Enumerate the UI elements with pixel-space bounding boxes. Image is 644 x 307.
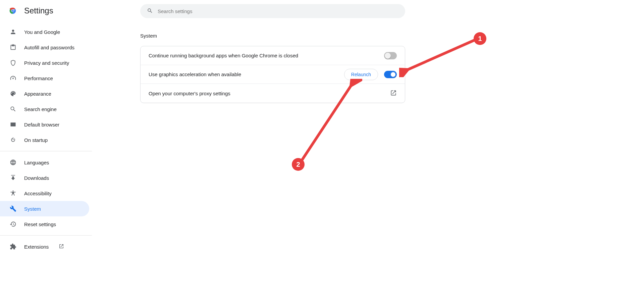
- sidebar-item-reset[interactable]: Reset settings: [0, 216, 89, 232]
- row-label: Open your computer's proxy settings: [149, 91, 230, 96]
- history-icon: [9, 220, 17, 228]
- chrome-logo-icon: [8, 6, 17, 15]
- shield-icon: [9, 59, 17, 66]
- nav-label: On startup: [24, 137, 48, 143]
- wrench-icon: [9, 205, 17, 212]
- nav-label: You and Google: [24, 29, 60, 35]
- clipboard-icon: [9, 44, 17, 51]
- nav-label: Languages: [24, 160, 49, 165]
- nav-label: System: [24, 206, 41, 212]
- divider: [0, 151, 92, 151]
- annotation-badge-2: 2: [292, 158, 305, 171]
- svg-line-4: [406, 39, 478, 70]
- annotation-arrow-1: [399, 34, 486, 77]
- svg-point-3: [12, 10, 13, 11]
- divider: [0, 235, 92, 236]
- section-title: System: [140, 33, 405, 39]
- sidebar-item-downloads[interactable]: Downloads: [0, 170, 89, 186]
- speedometer-icon: [9, 74, 17, 82]
- sidebar-item-default-browser[interactable]: Default browser: [0, 117, 89, 132]
- nav-label: Autofill and passwords: [24, 45, 74, 50]
- sidebar: You and Google Autofill and passwords Pr…: [0, 24, 95, 307]
- nav-label: Default browser: [24, 122, 59, 127]
- sidebar-item-autofill[interactable]: Autofill and passwords: [0, 40, 89, 55]
- sidebar-item-search-engine[interactable]: Search engine: [0, 101, 89, 117]
- palette-icon: [9, 90, 17, 97]
- relaunch-button[interactable]: Relaunch: [344, 69, 378, 80]
- row-proxy-settings[interactable]: Open your computer's proxy settings: [141, 84, 405, 103]
- row-background-apps[interactable]: Continue running background apps when Go…: [141, 46, 405, 65]
- row-label: Use graphics acceleration when available: [149, 71, 241, 77]
- nav-label: Search engine: [24, 106, 57, 112]
- browser-icon: [9, 121, 17, 128]
- power-icon: [9, 136, 17, 144]
- external-link-icon: [390, 90, 397, 97]
- page-title: Settings: [24, 6, 53, 15]
- sidebar-item-system[interactable]: System: [0, 201, 89, 216]
- nav-label: Extensions: [24, 244, 49, 250]
- row-graphics-acceleration[interactable]: Use graphics acceleration when available…: [141, 65, 405, 84]
- accessibility-icon: [9, 190, 17, 197]
- row-label: Continue running background apps when Go…: [149, 53, 298, 58]
- nav-label: Appearance: [24, 91, 51, 97]
- sidebar-item-on-startup[interactable]: On startup: [0, 132, 89, 148]
- search-icon: [147, 8, 153, 15]
- settings-card: Continue running background apps when Go…: [140, 46, 405, 103]
- external-link-icon: [59, 244, 64, 250]
- sidebar-item-accessibility[interactable]: Accessibility: [0, 186, 89, 201]
- search-input[interactable]: [158, 8, 398, 14]
- nav-label: Reset settings: [24, 221, 56, 227]
- sidebar-item-languages[interactable]: Languages: [0, 155, 89, 170]
- sidebar-item-performance[interactable]: Performance: [0, 70, 89, 86]
- sidebar-item-you-and-google[interactable]: You and Google: [0, 24, 89, 40]
- nav-label: Performance: [24, 75, 53, 81]
- sidebar-item-privacy[interactable]: Privacy and security: [0, 55, 89, 70]
- header: Settings: [8, 6, 53, 15]
- nav-label: Privacy and security: [24, 60, 69, 66]
- puzzle-icon: [9, 243, 17, 250]
- toggle-background-apps[interactable]: [384, 52, 397, 59]
- sidebar-item-appearance[interactable]: Appearance: [0, 86, 89, 101]
- globe-icon: [9, 159, 17, 166]
- download-icon: [9, 174, 17, 182]
- magnify-icon: [9, 105, 17, 113]
- annotation-badge-1: 1: [474, 32, 486, 45]
- nav-label: Downloads: [24, 175, 49, 181]
- search-bar[interactable]: [140, 4, 405, 18]
- person-icon: [9, 28, 17, 36]
- nav-label: Accessibility: [24, 191, 52, 196]
- main-content: System Continue running background apps …: [140, 33, 405, 103]
- sidebar-item-extensions[interactable]: Extensions: [0, 239, 89, 254]
- toggle-graphics-acceleration[interactable]: [384, 71, 397, 78]
